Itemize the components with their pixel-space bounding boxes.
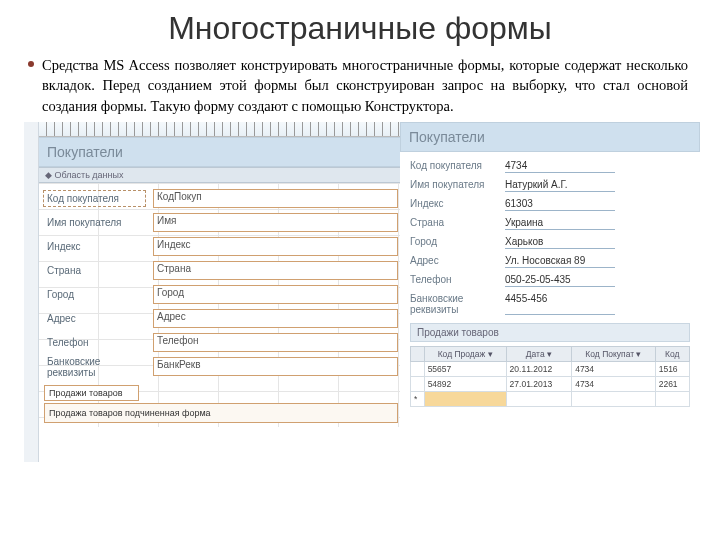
runtime-screenshot: Покупатели Код покупателя4734 Имя покупа… [400, 122, 700, 462]
field-label[interactable]: Страна [44, 263, 145, 278]
table-row-new[interactable]: * [411, 391, 690, 406]
form-header-right: Покупатели [400, 122, 700, 152]
designer-screenshot: Покупатели ◆ Область данных Код покупате… [24, 122, 404, 462]
form-header-left: Покупатели [38, 137, 404, 167]
field-control[interactable]: Имя [153, 213, 398, 232]
field-value[interactable]: 4455-456 [505, 293, 615, 315]
field-label: Город [410, 236, 505, 249]
field-label[interactable]: Код покупателя [44, 191, 145, 206]
design-grid: Код покупателяКодПокуп Имя покупателяИмя… [38, 183, 404, 427]
field-label[interactable]: Город [44, 287, 145, 302]
field-label: Код покупателя [410, 160, 505, 173]
field-control[interactable]: Индекс [153, 237, 398, 256]
field-label: Индекс [410, 198, 505, 211]
field-control[interactable]: Телефон [153, 333, 398, 352]
field-label: Адрес [410, 255, 505, 268]
col-header[interactable]: Дата ▾ [506, 346, 572, 361]
field-control[interactable]: КодПокуп [153, 189, 398, 208]
screenshots-region: Покупатели ◆ Область данных Код покупате… [0, 122, 720, 472]
field-label: Банковские реквизиты [410, 293, 505, 315]
field-value[interactable]: 4734 [505, 160, 615, 173]
ruler [38, 122, 404, 137]
form-body: Код покупателя4734 Имя покупателяНатурки… [400, 152, 700, 415]
subform-container[interactable]: Продажа товаров подчиненная форма [44, 403, 398, 423]
slide-title: Многостраничные формы [0, 10, 720, 47]
field-control[interactable]: Страна [153, 261, 398, 280]
field-value[interactable]: 61303 [505, 198, 615, 211]
detail-section-bar: ◆ Область данных [38, 167, 404, 183]
field-label[interactable]: Адрес [44, 311, 145, 326]
field-control[interactable]: Адрес [153, 309, 398, 328]
field-label: Страна [410, 217, 505, 230]
subform-label[interactable]: Продажи товаров [44, 385, 139, 401]
field-label[interactable]: Имя покупателя [44, 215, 145, 230]
col-header[interactable]: Код Продаж ▾ [424, 346, 506, 361]
field-label: Имя покупателя [410, 179, 505, 192]
field-value[interactable]: Украина [505, 217, 615, 230]
field-value[interactable]: Харьков [505, 236, 615, 249]
field-label: Телефон [410, 274, 505, 287]
field-value[interactable]: Натуркий А.Г. [505, 179, 615, 192]
col-header[interactable]: Код [655, 346, 689, 361]
table-row[interactable]: 5489227.01.201347342261 [411, 376, 690, 391]
field-control[interactable]: БанкРекв [153, 357, 398, 376]
record-selector-bar [24, 122, 39, 462]
table-row[interactable]: 5565720.11.201247341516 [411, 361, 690, 376]
field-value[interactable]: 050-25-05-435 [505, 274, 615, 287]
subform-header: Продажи товаров [410, 323, 690, 342]
col-header[interactable]: Код Покупат ▾ [572, 346, 656, 361]
subform-datasheet[interactable]: Код Продаж ▾ Дата ▾ Код Покупат ▾ Код 55… [410, 346, 690, 407]
field-control[interactable]: Город [153, 285, 398, 304]
field-label[interactable]: Индекс [44, 239, 145, 254]
col-selector[interactable] [411, 346, 425, 361]
field-label[interactable]: Телефон [44, 335, 145, 350]
field-value[interactable]: Ул. Носовская 89 [505, 255, 615, 268]
body-paragraph: Средства MS Access позволяет конструиров… [0, 55, 720, 116]
field-label[interactable]: Банковские реквизиты [44, 354, 145, 380]
